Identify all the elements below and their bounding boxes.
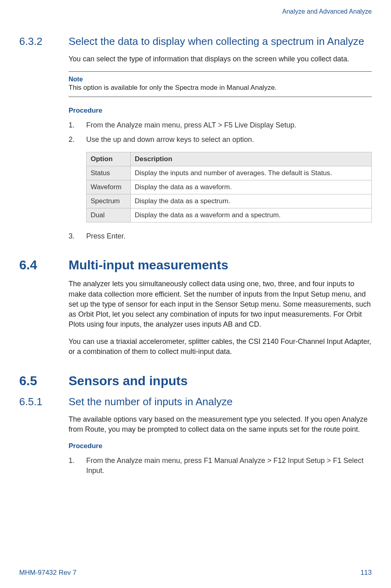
desc-text: .: [330, 169, 332, 177]
option-name: Status: [87, 166, 131, 180]
desc-text: Status: [311, 169, 330, 177]
section-number: 6.5.1: [19, 396, 69, 408]
document-id: MHM-97432 Rev 7: [19, 569, 77, 577]
step-text: Use the up and down arrow keys to select…: [86, 135, 372, 145]
step-text-part: .: [124, 232, 126, 240]
note-block: Note This option is available for only t…: [69, 71, 372, 97]
step-text: From the Analyze main menu, press F1 Man…: [86, 456, 372, 476]
section-number: 6.4: [19, 257, 69, 273]
table-header-description: Description: [131, 152, 372, 166]
body-paragraph: The available options vary based on the …: [69, 414, 372, 434]
procedure-step: 1. From the Analyze main menu, press ALT…: [69, 120, 372, 130]
procedure-step: 3. Press Enter.: [69, 231, 372, 241]
step-text-part: From the Analyze main menu, press: [86, 457, 204, 465]
procedure-label: Procedure: [69, 442, 372, 450]
step-number: 2.: [69, 135, 86, 145]
option-name: Dual: [87, 208, 131, 222]
step-text-part: .: [102, 467, 104, 475]
note-text-part: mode in: [199, 84, 227, 91]
section-number: 6.3.2: [19, 35, 69, 48]
note-text-part: .: [275, 84, 277, 91]
option-name: Waveform: [87, 180, 131, 194]
step-number: 3.: [69, 231, 86, 241]
option-name: Spectrum: [87, 194, 131, 208]
section-6-5-1: 6.5.1 Set the number of inputs in Analyz…: [19, 396, 372, 476]
procedure-label: Procedure: [69, 107, 372, 115]
table-header-row: Option Description: [87, 152, 372, 166]
key-label: F5 Live Display Setup: [224, 121, 294, 129]
step-number: 1.: [69, 456, 86, 476]
section-title: Sensors and inputs: [69, 373, 372, 388]
intro-paragraph: You can select the type of information t…: [69, 54, 372, 64]
section-6-4: 6.4 Multi-input measurements The analyze…: [19, 257, 372, 357]
note-text-part: This option is available for only the: [69, 84, 175, 91]
step-text: Press Enter.: [86, 231, 372, 241]
procedure-step: 2. Use the up and down arrow keys to sel…: [69, 135, 372, 145]
key-label: Enter: [107, 232, 124, 240]
option-description: Display the data as a waveform and a spe…: [131, 208, 372, 222]
body-paragraph: You can use a triaxial accelerometer, sp…: [69, 337, 372, 357]
section-6-5: 6.5 Sensors and inputs: [19, 373, 372, 388]
section-title: Multi-input measurements: [69, 257, 372, 273]
chapter-header: Analyze and Advanced Analyze: [19, 8, 372, 15]
procedure-step: 1. From the Analyze main menu, press F1 …: [69, 456, 372, 476]
section-number: 6.5: [19, 373, 69, 388]
desc-text: Display the inputs and number of average…: [135, 169, 311, 177]
table-row: Dual Display the data as a waveform and …: [87, 208, 372, 222]
option-description: Display the data as a spectrum.: [131, 194, 372, 208]
note-text: This option is available for only the Sp…: [69, 84, 372, 92]
section-6-3-2: 6.3.2 Select the data to display when co…: [19, 35, 372, 241]
step-text-part: Press: [86, 232, 107, 240]
table-row: Spectrum Display the data as a spectrum.: [87, 194, 372, 208]
section-title: Select the data to display when collecti…: [69, 35, 372, 48]
note-label: Note: [69, 76, 372, 83]
step-text-part: >: [325, 457, 333, 465]
step-text-part: >: [265, 457, 273, 465]
option-description: Display the inputs and number of average…: [131, 166, 372, 180]
key-label: ALT: [203, 121, 216, 129]
table-row: Waveform Display the data as a waveform.: [87, 180, 372, 194]
option-description: Display the data as a waveform.: [131, 180, 372, 194]
key-label: F1 Manual Analyze: [204, 457, 265, 465]
step-text-part: .: [294, 121, 296, 129]
note-manual: Manual Analyze: [227, 84, 275, 91]
key-label: F12 Input Setup: [273, 457, 325, 465]
step-text-part: From the Analyze main menu, press: [86, 121, 203, 129]
step-text: From the Analyze main menu, press ALT > …: [86, 120, 372, 130]
body-paragraph: The analyzer lets you simultaneously col…: [69, 279, 372, 329]
step-text-part: >: [216, 121, 225, 129]
table-row: Status Display the inputs and number of …: [87, 166, 372, 180]
note-spectra: Spectra: [175, 84, 199, 91]
step-number: 1.: [69, 120, 86, 130]
section-title: Set the number of inputs in Analyze: [69, 396, 372, 408]
table-header-option: Option: [87, 152, 131, 166]
page-footer: MHM-97432 Rev 7 113: [19, 569, 372, 577]
page-number: 113: [361, 569, 372, 577]
options-table: Option Description Status Display the in…: [86, 152, 372, 222]
